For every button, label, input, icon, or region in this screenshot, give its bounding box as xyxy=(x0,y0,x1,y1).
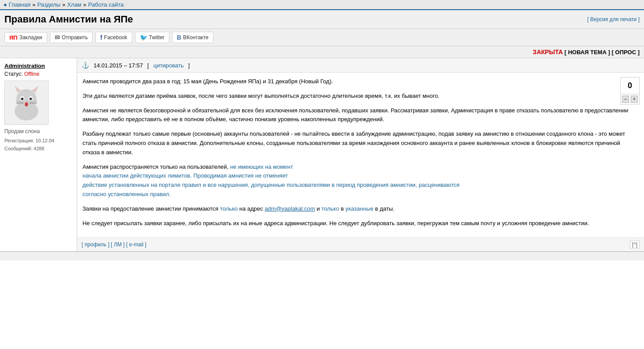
twitter-button[interactable]: 🐦 Twitter xyxy=(135,32,169,43)
actions-bar: ЗАКРЫТА [ НОВАЯ ТЕМА ] [ ОПРОС ] xyxy=(0,46,644,58)
home-icon: ● xyxy=(4,1,7,8)
closed-label: ЗАКРЫТА xyxy=(533,48,563,56)
sep2: » xyxy=(62,1,65,8)
vk-icon: В xyxy=(177,34,181,41)
vk-label: ВКонтакте xyxy=(183,34,209,41)
status-label: Статус: xyxy=(4,71,22,77)
breadcrumb: ● Главная » Разделы » Хлам » Работа сайт… xyxy=(0,0,644,10)
status-value: Offline xyxy=(24,71,39,77)
avatar xyxy=(4,81,49,125)
post-paragraph-2: Эти даты являются датами приёма заявок, … xyxy=(82,92,639,101)
page-bottom xyxy=(0,252,644,260)
svg-point-9 xyxy=(21,97,24,100)
pm-link[interactable]: [ ЛМ ] xyxy=(111,241,124,248)
reg-value: 10.12.04 xyxy=(35,138,54,143)
facebook-icon: f xyxy=(100,34,102,41)
post-paragraph-4: Разбану подлежат только самые первые (ос… xyxy=(82,130,639,157)
send-label: Отправить xyxy=(62,34,88,41)
highlight-7: указанные xyxy=(345,205,374,212)
post-paragraph-5: Амнистия распространяется только на поль… xyxy=(82,163,639,199)
yandex-icon: ЯП xyxy=(9,34,18,41)
user-status-line: Статус: Offline xyxy=(4,71,72,77)
post-paragraph-3: Амнистия не является безоговорочной и об… xyxy=(82,106,639,125)
post-paragraph-6: Заявки на предоставление амнистии приним… xyxy=(82,204,639,214)
vote-box: 0 – + xyxy=(620,77,640,104)
post-content: 0 – + Амнистия проводится два раза в год… xyxy=(77,73,644,238)
new-topic-link[interactable]: [ НОВАЯ ТЕМА ] xyxy=(565,49,610,56)
page-title: Правила Амнистии на ЯПе xyxy=(4,14,133,25)
svg-point-16 xyxy=(25,102,28,107)
bookmarks-label: Закладки xyxy=(19,34,42,41)
up-arrow-button[interactable]: [^] xyxy=(630,241,640,249)
profile-link[interactable]: [ профиль ] xyxy=(82,241,109,248)
highlight-6: только xyxy=(322,205,339,212)
send-button[interactable]: ✉ Отправить xyxy=(50,32,93,43)
poll-link[interactable]: [ ОПРОС ] xyxy=(612,49,640,56)
post-paragraph-7: Не следует присылать заявки заранее, либ… xyxy=(82,219,639,228)
quote-link[interactable]: цитировать xyxy=(154,62,184,69)
posts-value: 4288 xyxy=(34,146,44,151)
facebook-button[interactable]: f Facebook xyxy=(95,32,132,43)
highlight-1: не имеющих на момент xyxy=(230,163,293,170)
page-title-bar: Правила Амнистии на ЯПе [ Версия для печ… xyxy=(0,10,644,29)
bookmarks-button[interactable]: ЯП Закладки xyxy=(4,32,47,43)
junk-link[interactable]: Хлам xyxy=(67,1,81,8)
post-footer: [ профиль ] [ ЛМ ] [ e-mail ] [^] xyxy=(77,238,644,251)
vote-controls: – + xyxy=(621,94,639,104)
highlight-4: согласно установленных правил. xyxy=(82,191,171,197)
post-date: 14.01.2015 – 17:57 xyxy=(94,62,143,69)
sep3: » xyxy=(83,1,86,8)
user-title: Продам слона xyxy=(4,128,72,134)
anchor-icon: ⚓ xyxy=(82,62,89,69)
email-link[interactable]: adm@yaplakal.com xyxy=(265,205,315,212)
email-link[interactable]: [ e-mail ] xyxy=(126,241,146,248)
vote-plus-button[interactable]: + xyxy=(631,96,638,103)
quote-bracket-open: [ xyxy=(147,62,149,69)
quote-bracket-close: ] xyxy=(188,62,190,69)
highlight-5: только xyxy=(220,205,238,212)
vote-minus-button[interactable]: – xyxy=(622,96,629,103)
vote-count: 0 xyxy=(621,78,639,94)
highlight-3: действие установленных на портале правил… xyxy=(82,182,460,188)
main-content: Administration Статус: Offline xyxy=(0,58,644,252)
print-link[interactable]: [ Версия для печати ] xyxy=(587,16,640,22)
sep1: » xyxy=(32,1,35,8)
user-panel: Administration Статус: Offline xyxy=(0,58,77,251)
facebook-label: Facebook xyxy=(104,34,127,41)
avatar-image xyxy=(5,82,48,124)
sections-link[interactable]: Разделы xyxy=(37,1,60,8)
site-link[interactable]: Работа сайта xyxy=(88,1,124,8)
post-area: ⚓ 14.01.2015 – 17:57 [ цитировать ] 0 – … xyxy=(77,58,644,251)
post-paragraph-1: Амнистия проводится два раза в год: 15 м… xyxy=(82,77,639,86)
email-icon: ✉ xyxy=(55,34,60,41)
username[interactable]: Administration xyxy=(4,63,72,69)
highlight-2: начала амнистии действующих лимитов. Про… xyxy=(82,172,288,179)
social-bar: ЯП Закладки ✉ Отправить f Facebook 🐦 Twi… xyxy=(0,29,644,46)
home-link[interactable]: Главная xyxy=(9,1,30,8)
vk-button[interactable]: В ВКонтакте xyxy=(172,32,213,43)
user-reg-info: Регистрация: 10.12.04 Сообщений: 4288 xyxy=(4,137,72,152)
posts-label: Сообщений: xyxy=(4,146,32,151)
post-header: ⚓ 14.01.2015 – 17:57 [ цитировать ] xyxy=(77,58,644,73)
reg-label: Регистрация: xyxy=(4,138,34,143)
twitter-label: Twitter xyxy=(149,34,165,41)
svg-point-10 xyxy=(30,97,32,100)
twitter-icon: 🐦 xyxy=(140,34,147,41)
post-footer-links: [ профиль ] [ ЛМ ] [ e-mail ] xyxy=(82,241,146,248)
